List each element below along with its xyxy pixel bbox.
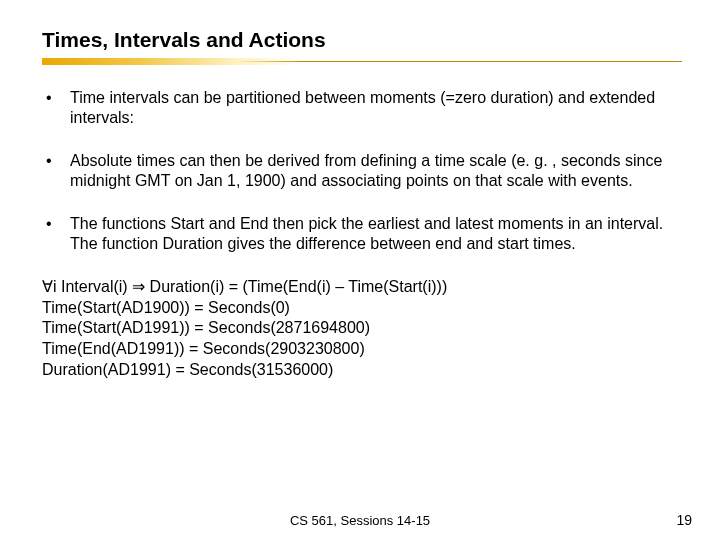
equation-line: Time(End(AD1991)) = Seconds(2903230800) bbox=[42, 339, 678, 360]
footer-text: CS 561, Sessions 14-15 bbox=[0, 513, 720, 528]
equation-line: Duration(AD1991) = Seconds(31536000) bbox=[42, 360, 678, 381]
page-number: 19 bbox=[676, 512, 692, 528]
equation-line: Time(Start(AD1991)) = Seconds(2871694800… bbox=[42, 318, 678, 339]
title-underline bbox=[42, 58, 682, 70]
equation-line: Time(Start(AD1900)) = Seconds(0) bbox=[42, 298, 678, 319]
bullet-icon: • bbox=[42, 88, 70, 129]
bullet-icon: • bbox=[42, 151, 70, 192]
bullet-text: The functions Start and End then pick th… bbox=[70, 214, 678, 255]
equations-block: ∀i Interval(i) ⇒ Duration(i) = (Time(End… bbox=[42, 277, 678, 381]
bullet-item: • Time intervals can be partitioned betw… bbox=[42, 88, 678, 129]
bullet-icon: • bbox=[42, 214, 70, 255]
body-content: • Time intervals can be partitioned betw… bbox=[42, 88, 678, 381]
equation-line: ∀i Interval(i) ⇒ Duration(i) = (Time(End… bbox=[42, 277, 678, 298]
gradient-bar bbox=[42, 58, 302, 65]
bullet-text: Absolute times can then be derived from … bbox=[70, 151, 678, 192]
bullet-item: • Absolute times can then be derived fro… bbox=[42, 151, 678, 192]
bullet-item: • The functions Start and End then pick … bbox=[42, 214, 678, 255]
slide-title: Times, Intervals and Actions bbox=[42, 28, 678, 52]
bullet-text: Time intervals can be partitioned betwee… bbox=[70, 88, 678, 129]
slide: Times, Intervals and Actions • Time inte… bbox=[0, 0, 720, 540]
title-block: Times, Intervals and Actions bbox=[42, 28, 678, 70]
